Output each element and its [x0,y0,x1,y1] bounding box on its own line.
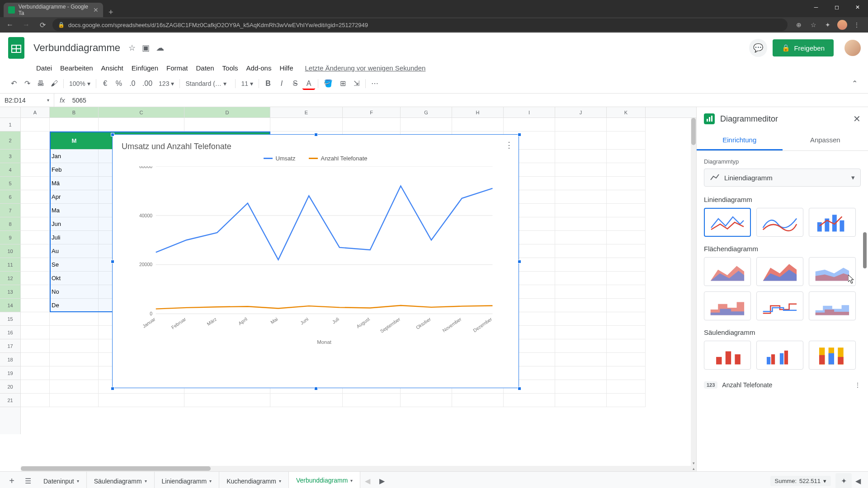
chart-type-column-3[interactable] [809,341,856,370]
paint-format-icon[interactable]: 🖌 [48,77,61,90]
cell[interactable] [555,272,607,285]
cell[interactable] [555,231,607,244]
window-minimize-icon[interactable]: ─ [806,0,826,14]
cell[interactable] [607,326,646,339]
column-header-G[interactable]: G [401,107,452,117]
cell[interactable] [607,353,646,366]
row-header-10[interactable]: 10 [0,244,20,258]
sheet-tab-verbunddiagramm[interactable]: Verbunddiagramm▾ [289,472,360,488]
menu-add-ons[interactable]: Add-ons [243,62,275,74]
document-title[interactable]: Verbunddiagramme [31,41,123,55]
cell[interactable] [555,190,607,204]
embedded-chart[interactable]: ⋮Umsatz und Anzahl TelefonateUmsatzAnzah… [112,134,519,388]
cell-month-5[interactable]: Ma [50,204,99,217]
cell[interactable] [21,150,50,163]
decimal-decrease-icon[interactable]: .0 [126,77,139,90]
tab-close-icon[interactable]: ✕ [93,6,99,14]
last-edit-link[interactable]: Letzte Änderung vor wenigen Sekunden [305,64,425,72]
undo-icon[interactable]: ↶ [7,77,20,90]
cell[interactable] [555,312,607,326]
cell[interactable] [504,394,555,407]
vertical-scrollbar[interactable] [691,118,696,466]
series-row[interactable]: 123 Anzahl Telefonate ⋮ [704,378,861,392]
menu-format[interactable]: Format [163,62,192,74]
chart-type-dropdown[interactable]: Liniendiagramm ▾ [704,169,861,187]
cell-month-6[interactable]: Jun [50,217,99,231]
row-header-19[interactable]: 19 [0,366,20,380]
cell[interactable] [607,177,646,190]
row-header-21[interactable]: 21 [0,394,20,407]
cell[interactable] [555,177,607,190]
cell[interactable] [50,380,99,394]
cell[interactable] [555,366,607,380]
cell[interactable] [343,394,401,407]
cell[interactable] [21,339,50,353]
row-header-11[interactable]: 11 [0,258,20,272]
column-header-A[interactable]: A [21,107,50,117]
sheet-tab-kuchendiagramm[interactable]: Kuchendiagramm▾ [219,472,289,488]
merge-icon[interactable]: ⇲ [350,77,363,90]
cell[interactable] [607,272,646,285]
cell[interactable] [21,394,50,407]
window-maximize-icon[interactable]: ◻ [826,0,847,14]
star-icon[interactable]: ☆ [128,43,136,53]
chart-type-area-3[interactable] [809,257,856,286]
extensions-icon[interactable]: ✦ [823,20,833,30]
cell[interactable] [99,394,184,407]
strikethrough-icon[interactable]: S [289,77,302,90]
cell[interactable] [504,118,555,131]
menu-hilfe[interactable]: Hilfe [276,62,297,74]
row-header-2[interactable]: 2 [0,131,20,150]
row-header-3[interactable]: 3 [0,150,20,163]
column-header-H[interactable]: H [452,107,504,117]
row-header-16[interactable]: 16 [0,326,20,339]
cell[interactable] [21,217,50,231]
cell[interactable] [607,190,646,204]
cell[interactable] [184,118,270,131]
menu-datei[interactable]: Datei [33,62,56,74]
cell[interactable] [21,118,50,131]
cell[interactable] [607,244,646,258]
chevron-down-icon[interactable]: ▾ [350,478,353,483]
cell[interactable] [21,131,50,150]
cell[interactable] [555,150,607,163]
menu-ansicht[interactable]: Ansicht [98,62,127,74]
cell[interactable] [21,312,50,326]
cell[interactable] [452,118,504,131]
column-header-E[interactable]: E [270,107,343,117]
cell[interactable] [607,163,646,177]
redo-icon[interactable]: ↷ [21,77,33,90]
row-header-15[interactable]: 15 [0,312,20,326]
chart-menu-icon[interactable]: ⋮ [505,140,513,150]
cloud-status-icon[interactable]: ☁ [156,43,164,53]
comments-button[interactable]: 💬 [749,39,767,57]
chart-type-line-basic[interactable] [704,208,751,237]
cell[interactable] [607,118,646,131]
nav-reload-icon[interactable]: ⟳ [36,19,49,31]
chart-type-step-area-3[interactable] [809,291,856,320]
chart-type-area-1[interactable] [704,257,751,286]
cell[interactable] [21,204,50,217]
vertical-scroll-thumb[interactable] [691,118,696,145]
cell[interactable] [50,118,99,131]
sheet-tab-dateninput[interactable]: Dateninput▾ [36,472,87,488]
tab-setup[interactable]: Einrichtung [697,131,783,150]
cell[interactable] [607,380,646,394]
cell[interactable] [607,217,646,231]
browser-profile-avatar[interactable] [837,20,847,30]
row-header-13[interactable]: 13 [0,285,20,299]
cell-month-8[interactable]: Au [50,244,99,258]
chevron-down-icon[interactable]: ▾ [209,479,212,483]
chart-type-step-area-1[interactable] [704,291,751,320]
cell-month-7[interactable]: Juli [50,231,99,244]
tab-nav-left-icon[interactable]: ◀ [360,477,375,485]
cell-month-9[interactable]: Se [50,258,99,272]
cell[interactable] [21,272,50,285]
cell[interactable] [555,163,607,177]
cell[interactable] [50,312,99,326]
column-header-J[interactable]: J [555,107,607,117]
tab-nav-right-icon[interactable]: ▶ [375,477,389,485]
cell[interactable] [555,394,607,407]
cell[interactable] [555,131,607,150]
cell[interactable] [401,118,452,131]
